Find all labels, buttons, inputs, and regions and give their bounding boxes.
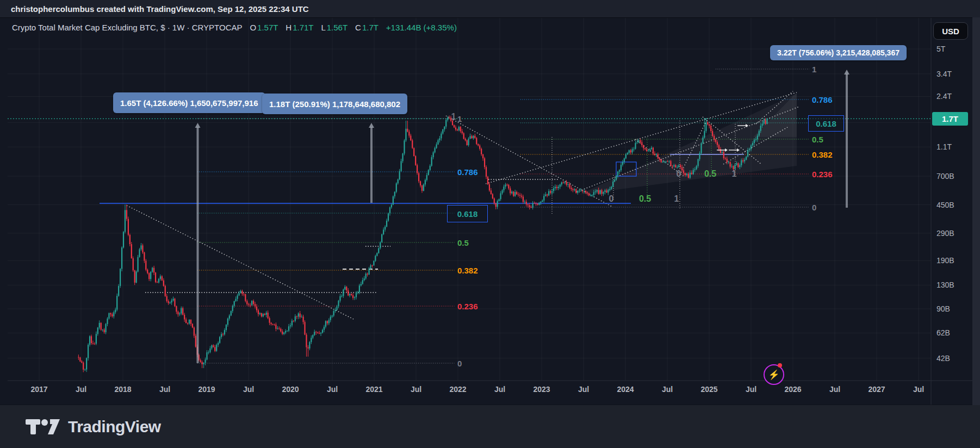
lightning-glyph: ⚡ xyxy=(768,369,779,381)
tradingview-logo-icon xyxy=(25,418,61,435)
change-value: +131.44B (+8.35%) xyxy=(386,23,457,32)
symbol-header[interactable]: Crypto Total Market Cap Excluding BTC, $… xyxy=(12,23,457,34)
tradingview-logo[interactable]: TradingView xyxy=(25,418,161,436)
tradingview-chart-page: christophercolumbus created with Trading… xyxy=(0,0,980,448)
notification-dot xyxy=(778,363,782,368)
ohlc-close-label: C xyxy=(355,23,361,32)
ohlc-high-label: H xyxy=(286,23,291,32)
ohlc-open-label: O xyxy=(250,23,256,32)
attribution-bar: christophercolumbus created with Trading… xyxy=(0,0,980,18)
ohlc-low-value: 1.56T xyxy=(327,23,348,32)
attribution-text: christophercolumbus created with Trading… xyxy=(11,4,309,14)
flash-icon[interactable]: ⚡ xyxy=(764,364,784,385)
chart-canvas[interactable] xyxy=(0,0,980,448)
flash-button-wrap[interactable]: ⚡ xyxy=(764,364,784,385)
currency-toggle-button[interactable]: USD xyxy=(933,22,968,40)
symbol-title[interactable]: Crypto Total Market Cap Excluding BTC, $… xyxy=(12,23,242,32)
ohlc-open-value: 1.57T xyxy=(257,23,278,32)
footer-bar: TradingView xyxy=(0,405,980,448)
tradingview-logo-text: TradingView xyxy=(68,418,161,436)
ohlc-close-value: 1.7T xyxy=(362,23,379,32)
ohlc-high-value: 1.71T xyxy=(293,23,313,32)
right-edge-strip xyxy=(972,17,980,405)
ohlc-low-label: L xyxy=(321,23,325,32)
